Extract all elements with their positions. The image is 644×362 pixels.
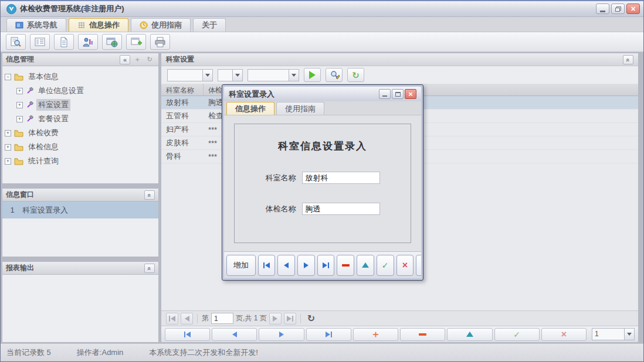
tree-node-exam-fees[interactable]: + 体检收费 (5, 126, 156, 140)
cancel-record-button[interactable]: × (541, 328, 587, 341)
exam-name-input[interactable] (302, 203, 380, 215)
dialog-maximize-button[interactable] (392, 89, 404, 99)
expand-node-icon[interactable]: + (5, 130, 11, 136)
info-window-panel: 信息窗口 « 1 科室设置录入 (2, 188, 159, 257)
window-add-icon (130, 37, 142, 47)
plus-icon: ＋ (371, 330, 380, 339)
last-page-button[interactable] (284, 313, 296, 325)
cell-exam: *** (204, 125, 222, 134)
tree-node-basic-info[interactable]: − 基本信息 (5, 70, 156, 84)
dialog-title-bar[interactable]: 科室设置录入 × (224, 87, 421, 101)
collapse-main-button[interactable]: « (623, 55, 633, 64)
minus-icon (342, 264, 350, 267)
cancel-record-button[interactable]: × (396, 255, 414, 276)
close-button[interactable]: × (626, 4, 640, 14)
minimize-button[interactable] (596, 4, 609, 14)
add-panel-button[interactable]: ＋ (132, 55, 143, 64)
extra-record-button[interactable] (416, 255, 421, 276)
restore-button[interactable] (611, 4, 625, 14)
first-page-button[interactable] (166, 313, 178, 325)
page-size-combo[interactable]: 1 (592, 328, 635, 340)
search-document-button[interactable] (6, 34, 26, 50)
next-page-button[interactable] (269, 313, 282, 325)
window-add-button[interactable] (126, 34, 146, 50)
department-name-input[interactable] (302, 172, 380, 184)
column-header-department[interactable]: 科室名称 (161, 84, 204, 95)
filter-value-combo[interactable] (248, 69, 299, 81)
tab-label: 系统导航 (27, 20, 57, 30)
open-window-list-item[interactable]: 1 科室设置录入 (2, 202, 158, 218)
dialog-close-button[interactable]: × (405, 89, 416, 99)
collapse-sidebar-button[interactable]: « (120, 55, 130, 64)
tree-label: 基本信息 (26, 71, 60, 83)
collapse-panel-button[interactable]: « (144, 190, 155, 200)
nav-last-button[interactable] (317, 255, 335, 276)
panel-title: 信息管理 (6, 54, 34, 64)
edit-record-button[interactable] (447, 328, 492, 341)
post-record-button[interactable]: ✓ (494, 328, 540, 341)
delete-record-button[interactable] (337, 255, 354, 276)
expand-node-icon[interactable]: + (16, 102, 23, 108)
report-output-header: 报表输出 « (2, 262, 158, 275)
search-edit-button[interactable] (326, 68, 343, 82)
refresh-pager-icon[interactable]: ↻ (307, 314, 315, 323)
filter-operator-combo[interactable] (218, 69, 243, 81)
nav-first-button[interactable] (165, 328, 210, 341)
add-record-button[interactable]: 增加 (226, 255, 256, 276)
expand-node-icon[interactable]: + (5, 144, 11, 151)
cell-department: 皮肤科 (161, 138, 204, 148)
tree-node-unit-info-settings[interactable]: + 单位信息设置 (5, 84, 156, 98)
nav-last-button[interactable] (306, 328, 351, 341)
expand-node-icon[interactable]: + (5, 158, 11, 165)
delete-record-button[interactable] (400, 328, 445, 341)
window-globe-button[interactable] (102, 34, 122, 50)
refresh-panel-button[interactable]: ↻ (144, 55, 155, 64)
nav-next-button[interactable] (259, 328, 304, 341)
post-record-button[interactable]: ✓ (377, 255, 394, 276)
dialog-body: 科室信息设置录入 科室名称 体检名称 (224, 115, 421, 251)
tree-label: 体检信息 (26, 141, 60, 153)
tab-info-operation[interactable]: 信息操作 (69, 18, 128, 32)
filter-field-combo[interactable] (167, 69, 213, 81)
app-window: 体检收费管理系统(非注册用户) × 系统导航 信息操作 使用指南 关于 (0, 0, 644, 362)
refresh-grid-button[interactable]: ↻ (347, 68, 364, 82)
nav-next-button[interactable] (297, 255, 315, 276)
user-report-button[interactable] (78, 34, 98, 50)
new-document-button[interactable] (54, 34, 74, 50)
dialog-minimize-button[interactable] (379, 89, 391, 99)
expand-node-icon[interactable]: + (16, 88, 23, 94)
chevron-down-icon (232, 70, 242, 81)
tree-node-exam-info[interactable]: + 体检信息 (5, 140, 156, 154)
nav-first-button[interactable] (258, 255, 276, 276)
expand-node-icon[interactable]: + (16, 116, 23, 122)
help-clock-icon (140, 21, 148, 29)
page-number-input[interactable] (211, 313, 233, 324)
nav-previous-button[interactable] (277, 255, 295, 276)
nav-previous-button[interactable] (212, 328, 257, 341)
collapse-panel-button[interactable]: « (144, 264, 155, 273)
folder-icon (14, 73, 23, 81)
collapse-node-icon[interactable]: − (5, 74, 11, 80)
tab-about[interactable]: 关于 (193, 18, 226, 32)
insert-record-button[interactable]: ＋ (353, 328, 398, 341)
edit-record-button[interactable] (357, 255, 374, 276)
previous-page-button[interactable] (181, 313, 193, 325)
tree-node-statistics-query[interactable]: + 统计查询 (5, 154, 156, 168)
printer-button[interactable] (150, 34, 170, 50)
window-label: 科室设置录入 (22, 205, 68, 216)
tree-node-package-settings[interactable]: + 套餐设置 (5, 112, 156, 126)
dialog-controls: × (379, 89, 416, 99)
minus-icon (419, 333, 426, 336)
exam-name-label: 体检名称 (266, 204, 296, 214)
dialog-tab-user-guide[interactable]: 使用指南 (276, 102, 324, 115)
window-index: 1 (2, 206, 22, 214)
tree-node-department-settings[interactable]: + 科室设置 (5, 98, 156, 112)
form-list-button[interactable] (30, 34, 50, 50)
run-query-button[interactable] (304, 68, 321, 82)
tab-user-guide[interactable]: 使用指南 (131, 18, 191, 32)
minimize-icon (600, 11, 605, 12)
form-list-icon (34, 37, 46, 47)
dialog-tab-info-operation[interactable]: 信息操作 (226, 102, 274, 115)
tool-icon (26, 87, 33, 95)
tab-system-navigation[interactable]: 系统导航 (6, 18, 66, 32)
